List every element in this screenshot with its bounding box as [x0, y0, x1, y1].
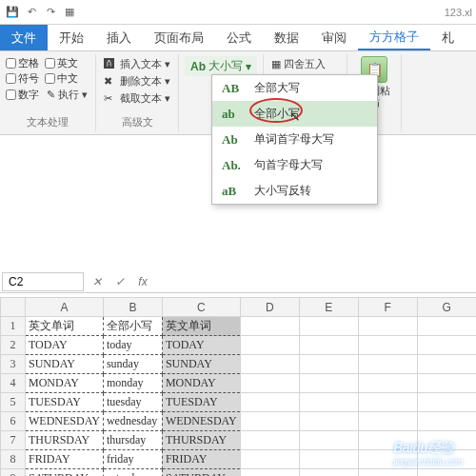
exec-button[interactable]: ✎ 执行 ▾ [45, 87, 89, 103]
cell[interactable]: MONDAY [26, 374, 104, 393]
tab-next[interactable]: 札 [430, 25, 466, 50]
cell[interactable] [240, 393, 299, 412]
cell[interactable] [240, 374, 299, 393]
insert-text-button[interactable]: 🅰插入文本 ▾ [102, 56, 172, 72]
cell[interactable]: monday [103, 374, 162, 393]
fx-icon[interactable]: fx [131, 275, 154, 288]
cell[interactable]: THURSDAY [162, 431, 240, 450]
cell[interactable] [299, 412, 358, 431]
tab-file[interactable]: 文件 [0, 25, 48, 50]
enter-icon[interactable]: ✓ [109, 275, 131, 288]
cell[interactable]: sunday [103, 355, 162, 374]
cell[interactable]: tuesday [103, 393, 162, 412]
cell[interactable] [358, 469, 417, 477]
cell[interactable] [240, 431, 299, 450]
round-button[interactable]: ▦ 四舍五入 [269, 56, 341, 72]
cell[interactable]: 英文单词 [162, 317, 240, 336]
redo-icon[interactable]: ↷ [42, 4, 59, 21]
delete-text-button[interactable]: ✖删除文本 ▾ [102, 73, 172, 89]
cell[interactable] [299, 393, 358, 412]
row-header[interactable]: 7 [1, 431, 26, 450]
cell[interactable]: SATURDAY [162, 469, 240, 477]
cell[interactable]: TODAY [162, 336, 240, 355]
cell[interactable] [299, 355, 358, 374]
cell[interactable] [417, 393, 476, 412]
tab-data[interactable]: 数据 [263, 25, 310, 50]
cell[interactable]: saturday [103, 469, 162, 477]
cell[interactable]: MONDAY [162, 374, 240, 393]
cell[interactable]: TUESDAY [26, 393, 104, 412]
cell[interactable] [240, 336, 299, 355]
corner-cell[interactable] [1, 298, 26, 317]
cell[interactable]: 全部小写 [103, 317, 162, 336]
row-header[interactable]: 9 [1, 469, 26, 477]
row-header[interactable]: 5 [1, 393, 26, 412]
chk-symbol[interactable]: 符号 [6, 71, 39, 86]
chk-space[interactable]: 空格 [6, 56, 39, 70]
row-header[interactable]: 1 [1, 317, 26, 336]
col-header-D[interactable]: D [240, 298, 299, 317]
cell[interactable]: FRIDAY [162, 450, 240, 469]
tab-formulas[interactable]: 公式 [215, 25, 263, 50]
col-header-B[interactable]: B [103, 298, 162, 317]
menu-item-capitalize-each[interactable]: Ab单词首字母大写 [212, 127, 377, 152]
row-header[interactable]: 2 [1, 336, 26, 355]
col-header-A[interactable]: A [26, 298, 104, 317]
cell[interactable] [299, 431, 358, 450]
save-icon[interactable]: 💾 [4, 4, 21, 21]
cell[interactable]: THURSDAY [26, 431, 104, 450]
row-header[interactable]: 4 [1, 374, 26, 393]
tab-addin[interactable]: 方方格子 [358, 25, 430, 50]
cell[interactable]: TODAY [26, 336, 104, 355]
name-box[interactable] [2, 272, 84, 291]
tab-home[interactable]: 开始 [48, 25, 95, 50]
cell[interactable] [240, 450, 299, 469]
cell[interactable] [417, 355, 476, 374]
cell[interactable] [358, 393, 417, 412]
menu-item-sentence-case[interactable]: Ab.句首字母大写 [212, 152, 377, 178]
col-header-C[interactable]: C [162, 298, 240, 317]
cell[interactable]: friday [103, 450, 162, 469]
cell[interactable] [417, 412, 476, 431]
chk-english[interactable]: 英文 [45, 56, 78, 70]
cell[interactable] [240, 412, 299, 431]
cell[interactable] [417, 317, 476, 336]
cell[interactable]: today [103, 336, 162, 355]
case-dropdown-button[interactable]: Ab 大小写 ▾ [185, 56, 257, 76]
row-header[interactable]: 3 [1, 355, 26, 374]
tab-layout[interactable]: 页面布局 [143, 25, 215, 50]
row-header[interactable]: 8 [1, 450, 26, 469]
cell[interactable] [299, 450, 358, 469]
new-icon[interactable]: ▦ [61, 4, 78, 21]
cell[interactable]: TUESDAY [162, 393, 240, 412]
cell[interactable] [299, 374, 358, 393]
cell[interactable] [358, 336, 417, 355]
chk-chinese[interactable]: 中文 [45, 71, 78, 86]
cell[interactable]: SUNDAY [26, 355, 104, 374]
cell[interactable] [358, 374, 417, 393]
cell[interactable]: SUNDAY [162, 355, 240, 374]
cell[interactable] [299, 317, 358, 336]
tab-review[interactable]: 审阅 [310, 25, 358, 50]
cell[interactable] [358, 412, 417, 431]
cell[interactable] [299, 336, 358, 355]
tab-insert[interactable]: 插入 [95, 25, 143, 50]
cell[interactable] [417, 469, 476, 477]
menu-item-upper[interactable]: AB全部大写 [212, 75, 377, 101]
cell[interactable] [240, 355, 299, 374]
cell[interactable] [358, 355, 417, 374]
cell[interactable] [358, 317, 417, 336]
undo-icon[interactable]: ↶ [23, 4, 40, 21]
cell[interactable] [240, 469, 299, 477]
menu-item-toggle-case[interactable]: aB大小写反转 [212, 178, 377, 204]
cell[interactable]: FRIDAY [26, 450, 104, 469]
col-header-E[interactable]: E [299, 298, 358, 317]
extract-text-button[interactable]: ✂截取文本 ▾ [102, 90, 172, 107]
chk-number[interactable]: 数字 [6, 87, 39, 103]
cell[interactable]: wednesday [103, 412, 162, 431]
col-header-G[interactable]: G [417, 298, 476, 317]
cell[interactable] [299, 469, 358, 477]
cell[interactable] [417, 336, 476, 355]
cell[interactable]: SATURDAY [26, 469, 104, 477]
col-header-F[interactable]: F [358, 298, 417, 317]
